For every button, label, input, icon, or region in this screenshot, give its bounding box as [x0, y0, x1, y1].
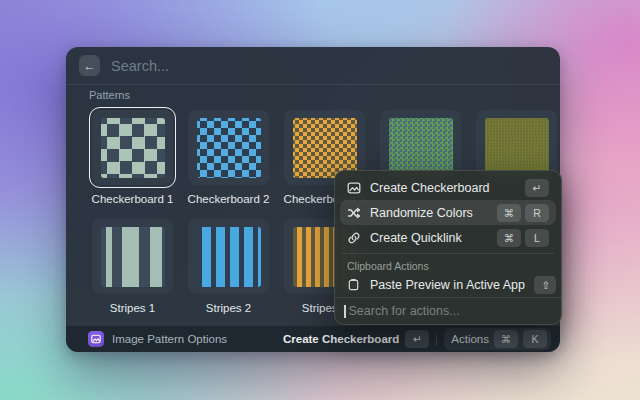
- bottom-action-bar: Image Pattern Options Create Checkerboar…: [66, 325, 560, 352]
- shuffle-icon: [347, 206, 361, 220]
- cmd-keycap: ⌘: [494, 330, 518, 348]
- back-button[interactable]: ←: [79, 55, 100, 76]
- search-input[interactable]: Search...: [111, 58, 169, 74]
- menu-item-label: Create Quicklink: [370, 231, 488, 245]
- primary-action-label[interactable]: Create Checkerboard: [283, 333, 399, 345]
- section-header-patterns: Patterns: [89, 89, 537, 101]
- menu-section-clipboard-actions: Clipboard Actions: [340, 257, 556, 274]
- checkerboard-3-preview: [293, 118, 357, 178]
- action-panel-menu: Create Checkerboard ↵ Randomize Colors ⌘…: [334, 170, 562, 325]
- grid-item-stripes-1[interactable]: Stripes 1: [89, 216, 176, 315]
- menu-divider: [342, 253, 554, 254]
- checkerboard-4-preview: [389, 118, 453, 178]
- actions-search-placeholder: Search for actions...: [349, 304, 460, 318]
- return-keycap: ↵: [525, 179, 549, 197]
- menu-item-create-quicklink[interactable]: Create Quicklink ⌘ L: [340, 225, 556, 250]
- image-icon: [347, 181, 361, 195]
- grid-item-label: Stripes 2: [185, 302, 272, 315]
- cmd-keycap: ⌘: [497, 229, 521, 247]
- r-keycap: R: [525, 204, 549, 222]
- grid-item-checkerboard-1[interactable]: Checkerboard 1: [89, 107, 176, 206]
- app-name: Image Pattern Options: [112, 333, 227, 345]
- l-keycap: L: [525, 229, 549, 247]
- actions-search-input[interactable]: Search for actions...: [335, 297, 561, 324]
- grid-item-checkerboard-2[interactable]: Checkerboard 2: [185, 107, 272, 206]
- text-cursor: [344, 305, 346, 318]
- clipboard-icon: [347, 278, 361, 291]
- checkerboard-2-preview: [197, 118, 261, 178]
- shift-keycap: ⇧: [534, 276, 556, 294]
- menu-item-randomize-colors[interactable]: Randomize Colors ⌘ R: [340, 200, 556, 225]
- actions-button[interactable]: Actions ⌘ K: [444, 328, 551, 350]
- search-header: ← Search...: [66, 47, 560, 85]
- grid-item-stripes-2[interactable]: Stripes 2: [185, 216, 272, 315]
- link-icon: [347, 231, 361, 245]
- menu-item-paste-preview[interactable]: Paste Preview in Active App ⇧ ⌘ V: [340, 274, 556, 295]
- menu-item-label: Randomize Colors: [370, 206, 488, 220]
- image-pattern-app-icon: [88, 331, 104, 347]
- actions-label: Actions: [451, 333, 489, 345]
- menu-item-label: Paste Preview in Active App: [370, 278, 525, 292]
- stripes-1-preview: [101, 227, 165, 287]
- stripes-2-preview: [197, 227, 261, 287]
- arrow-left-icon: ←: [84, 59, 96, 73]
- checkerboard-5-preview: [485, 118, 549, 178]
- return-keycap: ↵: [405, 330, 429, 348]
- menu-item-create-checkerboard[interactable]: Create Checkerboard ↵: [340, 175, 556, 200]
- grid-item-label: Stripes 1: [89, 302, 176, 315]
- menu-item-label: Create Checkerboard: [370, 181, 516, 195]
- grid-item-label: Checkerboard 1: [89, 193, 176, 206]
- bottom-bar-divider: [436, 333, 437, 346]
- checkerboard-1-preview: [101, 118, 165, 178]
- grid-item-label: Checkerboard 2: [185, 193, 272, 206]
- k-keycap: K: [523, 330, 547, 348]
- cmd-keycap: ⌘: [497, 204, 521, 222]
